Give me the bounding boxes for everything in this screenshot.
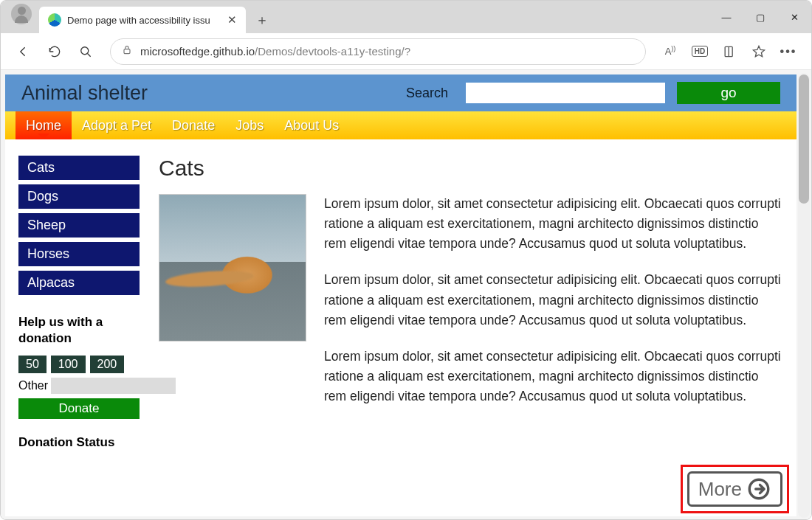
sidebar-item-alpacas[interactable]: Alpacas: [18, 271, 140, 295]
browser-toolbar: microsoftedge.github.io/Demos/devtools-a…: [1, 33, 811, 70]
site-title: Animal shelter: [21, 82, 394, 105]
donation-amount-200[interactable]: 200: [90, 356, 125, 373]
highlight-annotation: More: [681, 465, 789, 513]
sidebar-item-sheep[interactable]: Sheep: [18, 213, 140, 238]
donation-status-heading: Donation Status: [18, 435, 140, 450]
search-label: Search: [406, 86, 448, 101]
new-tab-button[interactable]: ＋: [250, 8, 274, 32]
paragraph: Lorem ipsum dolor, sit amet consectetur …: [324, 347, 783, 406]
donation-amount-100[interactable]: 100: [51, 356, 86, 373]
nav-home[interactable]: Home: [16, 111, 72, 139]
nav-jobs[interactable]: Jobs: [225, 111, 274, 139]
hd-icon[interactable]: HD: [686, 38, 714, 66]
nav-adopt[interactable]: Adopt a Pet: [72, 111, 162, 139]
collections-icon[interactable]: [715, 38, 743, 66]
sidebar-item-horses[interactable]: Horses: [18, 242, 140, 266]
scrollbar-thumb[interactable]: [799, 74, 809, 204]
profile-avatar-icon[interactable]: [11, 4, 32, 24]
read-aloud-icon[interactable]: A)): [656, 38, 684, 66]
paragraph: Lorem ipsum dolor, sit amet consectetur …: [324, 194, 783, 254]
svg-point-0: [81, 46, 89, 54]
donate-button[interactable]: Donate: [18, 398, 140, 419]
edge-favicon-icon: [48, 13, 61, 27]
arrow-right-circle-icon: [746, 476, 771, 502]
browser-tab[interactable]: Demo page with accessibility issu ✕: [39, 7, 246, 33]
settings-more-button[interactable]: •••: [774, 38, 802, 66]
sidebar-item-dogs[interactable]: Dogs: [18, 184, 140, 209]
donation-other-input[interactable]: [51, 378, 176, 394]
page-viewport: Animal shelter Search go Home Adopt a Pe…: [1, 70, 811, 520]
sidebar-item-cats[interactable]: Cats: [18, 156, 140, 180]
window-minimize-button[interactable]: —: [709, 1, 743, 33]
page-content: Animal shelter Search go Home Adopt a Pe…: [5, 74, 796, 516]
address-bar[interactable]: microsoftedge.github.io/Demos/devtools-a…: [110, 38, 646, 65]
site-header: Animal shelter Search go: [5, 74, 796, 111]
nav-donate[interactable]: Donate: [162, 111, 225, 139]
donation-heading: Help us with a donation: [18, 314, 140, 347]
more-label: More: [698, 478, 742, 501]
donation-amount-50[interactable]: 50: [18, 356, 47, 373]
window-controls: — ▢ ✕: [709, 1, 811, 33]
url-text: microsoftedge.github.io/Demos/devtools-a…: [140, 45, 410, 58]
window-maximize-button[interactable]: ▢: [743, 1, 777, 33]
nav-about[interactable]: About Us: [274, 111, 349, 139]
paragraph: Lorem ipsum dolor, sit amet consectetur …: [324, 270, 783, 330]
search-go-button[interactable]: go: [677, 82, 780, 104]
tab-close-icon[interactable]: ✕: [226, 12, 238, 28]
tab-title: Demo page with accessibility issu: [67, 15, 220, 26]
site-info-lock-icon[interactable]: [121, 44, 133, 58]
refresh-button[interactable]: [41, 38, 69, 66]
site-search-input[interactable]: [466, 83, 665, 103]
more-button[interactable]: More: [687, 471, 782, 507]
page-heading: Cats: [159, 156, 783, 181]
favorite-star-icon[interactable]: [745, 38, 773, 66]
browser-titlebar: Demo page with accessibility issu ✕ ＋: [1, 1, 811, 33]
main-nav: Home Adopt a Pet Donate Jobs About Us: [5, 111, 796, 139]
donation-other-label: Other: [18, 379, 48, 392]
cat-image: [159, 194, 306, 342]
svg-rect-1: [124, 49, 130, 54]
back-button[interactable]: [10, 38, 38, 66]
main-column: Cats Lorem ipsum dolor, sit amet consect…: [159, 156, 783, 450]
sidebar: Cats Dogs Sheep Horses Alpacas Help us w…: [18, 156, 140, 450]
window-close-button[interactable]: ✕: [777, 1, 811, 33]
search-button[interactable]: [72, 38, 100, 66]
